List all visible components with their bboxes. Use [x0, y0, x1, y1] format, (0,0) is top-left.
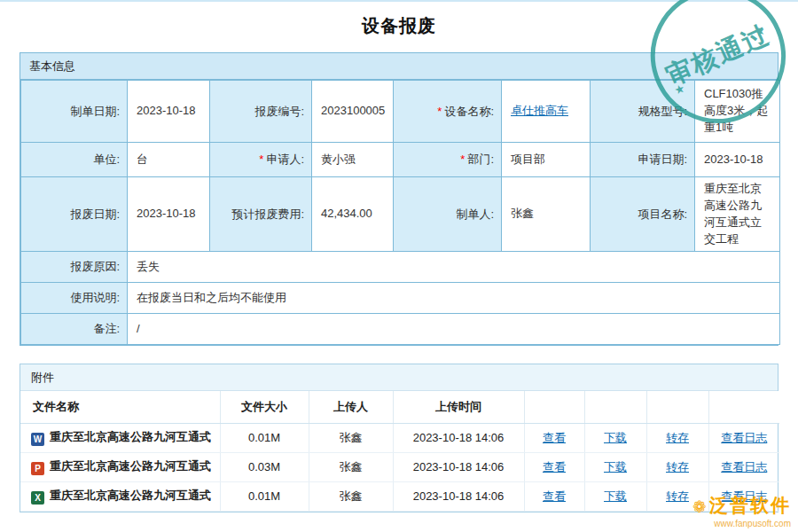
unit-value: 台	[128, 143, 210, 177]
required-marker: *	[460, 153, 465, 166]
uploader: 张鑫	[309, 423, 393, 452]
scrap-reason-value: 丢失	[128, 252, 780, 283]
brand-url: www.fanpusoft.com	[692, 519, 791, 528]
view-link[interactable]: 查看	[543, 489, 566, 503]
required-marker: *	[259, 153, 263, 166]
applicant-value: 黄小强	[312, 143, 394, 177]
unit-label: 单位:	[21, 143, 128, 177]
make-date-value: 2023-10-18	[128, 81, 210, 143]
brand-name: 泛普软件	[709, 495, 791, 515]
table-row: 单位: 台 *申请人: 黄小强 *部门: 项目部 申请日期: 2023-10-1…	[21, 143, 780, 177]
project-name-label: 项目名称:	[591, 177, 695, 252]
brand-logo-icon: ❁	[692, 498, 706, 516]
uploader: 张鑫	[309, 452, 393, 481]
attachment-row: X重庆至北京高速公路九河互通式 0.01M 张鑫 2023-10-18 14:0…	[20, 481, 779, 511]
project-name-value: 重庆至北京高速公路九河互通式立交工程	[695, 177, 780, 252]
table-row: 报废原因: 丢失	[21, 252, 780, 283]
make-date-label: 制单日期:	[21, 81, 128, 143]
file-size: 0.01M	[220, 481, 309, 511]
save-as-link[interactable]: 转存	[666, 431, 689, 444]
upload-time: 2023-10-18 14:06	[393, 423, 524, 452]
apply-date-label: 申请日期:	[591, 143, 695, 177]
file-name-cell: X重庆至北京高速公路九河互通式	[20, 481, 220, 511]
file-name-header: 文件名称	[20, 391, 220, 423]
scrap-no-value: 2023100005	[312, 81, 394, 143]
attachments-table: 文件名称 文件大小 上传人 上传时间 W重庆至北京高速公路九河互通式 0.01M…	[20, 391, 779, 512]
view-log-link[interactable]: 查看日志	[721, 460, 767, 473]
usage-note-label: 使用说明:	[21, 283, 128, 314]
department-label: *部门:	[394, 143, 502, 177]
creator-value: 张鑫	[502, 177, 591, 252]
table-row: 报废日期: 2023-10-18 预计报废费用: 42,434.00 制单人: …	[21, 177, 780, 252]
remark-label: 备注:	[21, 314, 128, 345]
device-name-link[interactable]: 卓仕推高车	[511, 104, 568, 117]
actions-header-spacer	[584, 391, 646, 423]
upload-time-header: 上传时间	[393, 391, 524, 423]
save-as-link[interactable]: 转存	[666, 489, 689, 503]
device-name-label: *设备名称:	[394, 81, 502, 143]
label-text: 部门:	[467, 153, 494, 166]
attachments-section: 附件 文件名称 文件大小 上传人 上传时间 W重庆至北京高速公路九河互通式 0.…	[20, 364, 778, 512]
file-size: 0.03M	[220, 452, 309, 481]
scrap-no-label: 报废编号:	[210, 81, 312, 143]
upload-time: 2023-10-18 14:06	[393, 452, 524, 481]
estimated-cost-value: 42,434.00	[312, 177, 394, 252]
file-name: 重庆至北京高速公路九河互通式	[50, 430, 211, 443]
excel-file-icon: X	[31, 491, 44, 505]
required-marker: *	[437, 105, 442, 118]
actions-header-spacer	[524, 391, 584, 423]
uploader-header: 上传人	[309, 391, 393, 423]
scrap-date-value: 2023-10-18	[128, 177, 210, 252]
file-name-cell: P重庆至北京高速公路九河互通式	[20, 452, 220, 481]
usage-note-value: 在报废当日和之后均不能使用	[128, 283, 780, 314]
attachments-header-row: 文件名称 文件大小 上传人 上传时间	[20, 391, 779, 423]
estimated-cost-label: 预计报废费用:	[210, 177, 312, 252]
download-link[interactable]: 下载	[604, 489, 627, 503]
spec-model-value: CLF1030推高度3米，起重1吨	[695, 81, 780, 143]
device-name-value: 卓仕推高车	[502, 81, 591, 143]
file-name: 重庆至北京高速公路九河互通式	[50, 489, 211, 502]
attachment-row: P重庆至北京高速公路九河互通式 0.03M 张鑫 2023-10-18 14:0…	[20, 452, 779, 481]
download-link[interactable]: 下载	[604, 460, 627, 473]
scrap-date-label: 报废日期:	[21, 177, 128, 252]
scrap-reason-label: 报废原因:	[21, 252, 128, 283]
spec-model-label: 规格型号:	[591, 81, 695, 143]
file-name-cell: W重庆至北京高速公路九河互通式	[20, 423, 220, 452]
label-text: 申请人:	[266, 153, 304, 166]
applicant-label: *申请人:	[210, 143, 312, 177]
attachment-row: W重庆至北京高速公路九河互通式 0.01M 张鑫 2023-10-18 14:0…	[20, 423, 779, 452]
apply-date-value: 2023-10-18	[695, 143, 780, 177]
view-link[interactable]: 查看	[543, 431, 566, 444]
table-row: 使用说明: 在报废当日和之后均不能使用	[21, 283, 780, 314]
creator-label: 制单人:	[394, 177, 502, 252]
table-row: 备注: /	[21, 314, 780, 345]
upload-time: 2023-10-18 14:06	[393, 481, 524, 511]
department-value: 项目部	[502, 143, 591, 177]
basic-info-table: 制单日期: 2023-10-18 报废编号: 2023100005 *设备名称:…	[20, 80, 780, 345]
file-size-header: 文件大小	[220, 391, 309, 423]
powerpoint-file-icon: P	[31, 462, 44, 475]
file-name: 重庆至北京高速公路九河互通式	[50, 459, 211, 473]
table-row: 制单日期: 2023-10-18 报废编号: 2023100005 *设备名称:…	[21, 81, 780, 143]
save-as-link[interactable]: 转存	[666, 460, 689, 473]
file-size: 0.01M	[220, 423, 309, 452]
uploader: 张鑫	[309, 481, 393, 511]
actions-header-spacer	[708, 391, 779, 423]
word-file-icon: W	[31, 433, 44, 446]
brand-watermark: ❁泛普软件 www.fanpusoft.com	[692, 493, 791, 528]
view-log-link[interactable]: 查看日志	[721, 431, 767, 444]
actions-header-spacer	[646, 391, 708, 423]
download-link[interactable]: 下载	[604, 431, 627, 444]
basic-info-section-title: 基本信息	[20, 53, 778, 80]
page-title: 设备报废	[0, 14, 798, 38]
remark-value: /	[128, 314, 780, 345]
top-divider	[0, 0, 798, 2]
basic-info-section: 基本信息 制单日期: 2023-10-18 报废编号: 2023100005 *…	[20, 52, 778, 346]
view-link[interactable]: 查看	[543, 460, 566, 473]
label-text: 设备名称:	[444, 105, 494, 118]
attachments-section-title: 附件	[20, 364, 778, 391]
